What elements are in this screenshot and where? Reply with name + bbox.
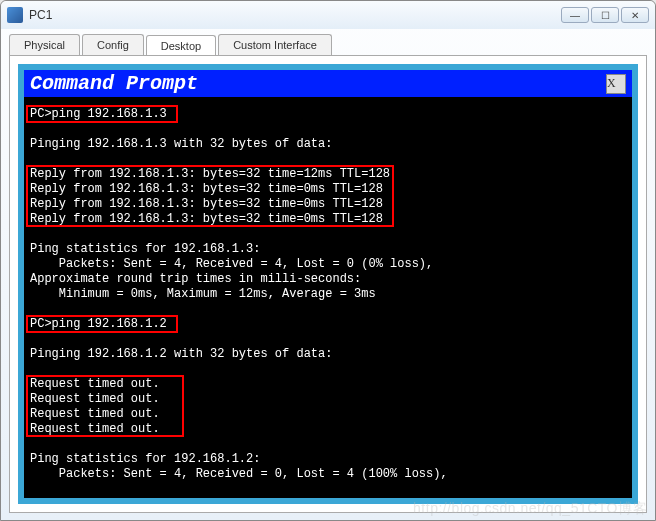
maximize-icon: ☐ bbox=[601, 10, 610, 21]
tab-label: Desktop bbox=[161, 40, 201, 52]
terminal-output[interactable]: PC>ping 192.168.1.3 Pinging 192.168.1.3 … bbox=[24, 97, 632, 497]
titlebar: PC1 — ☐ ✕ bbox=[1, 1, 655, 29]
x-icon: X bbox=[607, 76, 625, 91]
terminal-close-button[interactable]: X bbox=[606, 74, 626, 94]
terminal-titlebar: Command Prompt X bbox=[24, 70, 632, 97]
tab-bar: Physical Config Desktop Custom Interface bbox=[1, 29, 655, 55]
watermark-text: http://blog.csdn.net/qq_51CTO博客 bbox=[413, 500, 647, 518]
tab-label: Physical bbox=[24, 39, 65, 51]
terminal-title: Command Prompt bbox=[30, 72, 606, 95]
tab-label: Custom Interface bbox=[233, 39, 317, 51]
minimize-button[interactable]: — bbox=[561, 7, 589, 23]
maximize-button[interactable]: ☐ bbox=[591, 7, 619, 23]
app-icon bbox=[7, 7, 23, 23]
tab-content: Command Prompt X PC>ping 192.168.1.3 Pin… bbox=[9, 55, 647, 513]
close-button[interactable]: ✕ bbox=[621, 7, 649, 23]
tab-desktop[interactable]: Desktop bbox=[146, 35, 216, 56]
close-icon: ✕ bbox=[631, 10, 639, 21]
app-window: PC1 — ☐ ✕ Physical Config Desktop Custom… bbox=[0, 0, 656, 521]
tab-physical[interactable]: Physical bbox=[9, 34, 80, 55]
minimize-icon: — bbox=[570, 10, 580, 21]
command-prompt-window: Command Prompt X PC>ping 192.168.1.3 Pin… bbox=[18, 64, 638, 504]
window-controls: — ☐ ✕ bbox=[561, 7, 649, 23]
tab-custom-interface[interactable]: Custom Interface bbox=[218, 34, 332, 55]
tab-config[interactable]: Config bbox=[82, 34, 144, 55]
window-title: PC1 bbox=[29, 8, 561, 22]
tab-label: Config bbox=[97, 39, 129, 51]
